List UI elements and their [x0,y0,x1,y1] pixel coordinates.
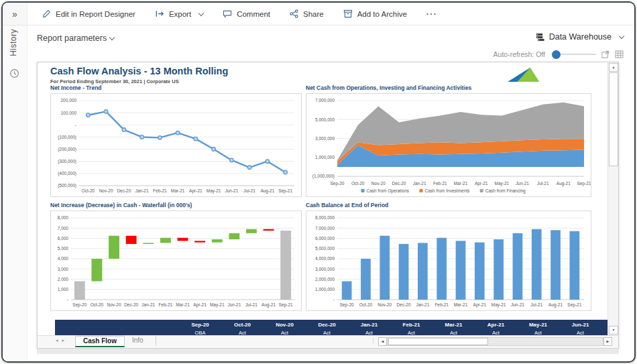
popout-icon[interactable] [601,50,610,58]
svg-text:Oct-20: Oct-20 [359,302,373,307]
svg-text:Aug-21: Aug-21 [557,181,571,186]
svg-text:Mar-21: Mar-21 [454,181,468,186]
page-bottom-shadow [37,349,619,354]
svg-text:Sep-20: Sep-20 [72,302,86,308]
svg-text:Dec-20: Dec-20 [397,302,411,307]
table-column: Feb-21Act [390,320,432,335]
waterfall-bar [212,239,223,243]
svg-text:200,000: 200,000 [61,98,77,103]
hscroll-right-arrow[interactable]: ▶ [603,337,612,346]
table-row-label-column [55,320,179,335]
data-warehouse-icon [536,33,544,42]
waterfall-bar [74,282,85,300]
svg-text:Cash from Financing: Cash from Financing [485,188,526,194]
report-title: Cash Flow Analysis - 13 Month Rolling [50,66,228,76]
cash-balance-svg: 8,000,0007,000,0006,000,0005,000,0004,00… [306,211,591,310]
share-label: Share [303,10,324,18]
svg-text:2,000,000: 2,000,000 [315,277,335,282]
waterfall-bar [109,236,119,259]
svg-text:Sep-21: Sep-21 [567,302,581,308]
ellipsis-icon: ··· [426,9,437,19]
period-table-header: Sep-20OBAOct-20ActNov-20ActDec-20ActJan-… [55,320,609,335]
table-column: Sep-20OBA [179,320,221,335]
svg-text:4,000,000: 4,000,000 [315,256,335,261]
tab-split-handle-icon[interactable]: ⋮ [370,337,376,344]
hscroll-left-arrow[interactable]: ◀ [378,337,387,346]
svg-text:-: - [67,297,68,302]
legend-item: Cash from Financing [480,188,526,194]
svg-text:Jul-21: Jul-21 [245,302,257,307]
tab-info[interactable]: Info [125,336,156,345]
hscroll-track[interactable] [387,337,603,346]
svg-text:Jul-21: Jul-21 [243,188,255,193]
balance-bar [475,243,485,300]
legend-item: Cash from Investments [420,188,471,193]
export-button[interactable]: Export [155,9,203,18]
auto-refresh-slider[interactable] [556,54,596,55]
vertical-scrollbar[interactable]: ▲ ▼ [607,62,618,335]
chart-title-waterfall: Net Increase (Decrease) in Cash - Waterf… [50,202,192,208]
svg-text:Feb-21: Feb-21 [435,302,449,307]
table-column: Oct-20Act [221,320,264,335]
table-column: May-21Act [517,320,559,335]
table-column-month: Nov-20 [264,320,306,329]
table-column-version: Act [306,329,348,335]
table-column-month: Oct-20 [221,320,264,329]
sheet-tab-bar: ◂ ▸ Cash Flow Info ⋮ ◀ ▶ [38,335,618,347]
sheet-nav-arrows[interactable]: ◂ ▸ [56,338,66,343]
report-parameters-dropdown[interactable]: Report parameters [37,34,114,43]
balance-bar [532,229,542,300]
svg-text:Sep-21: Sep-21 [577,181,591,186]
svg-text:3,000: 3,000 [58,267,69,271]
table-column: Mar-21Act [432,320,475,335]
data-source-dropdown[interactable]: Data Warehouse [536,32,624,42]
svg-text:Jul-21: Jul-21 [537,181,549,186]
add-to-archive-button[interactable]: Add to Archive [343,9,407,18]
balance-bar [456,241,466,300]
screenshot-stage: { "toolbar": { "collapse_icon": "»", "ed… [0,0,637,364]
table-column: Apr-21Act [475,320,517,335]
svg-text:4,000: 4,000 [58,256,69,261]
vscroll-up-arrow[interactable]: ▲ [609,63,618,72]
svg-text:1,000: 1,000 [58,287,69,292]
svg-text:(100,000): (100,000) [58,135,76,140]
more-actions-button[interactable]: ··· [426,9,437,19]
history-clock-icon[interactable] [9,68,19,78]
svg-text:Apr-21: Apr-21 [189,188,202,194]
net-income-trend-chart: 200,000100,000-(100,000)(200,000)(300,00… [50,93,302,197]
svg-text:Nov-20: Nov-20 [99,188,113,193]
hscroll-thumb[interactable] [388,338,488,345]
collapse-chevrons-icon: » [12,9,17,19]
svg-text:Cash from Investments: Cash from Investments [425,188,471,193]
table-column: Dec-20Act [306,320,348,335]
svg-text:1,000,000: 1,000,000 [315,155,335,160]
svg-text:5,000,000: 5,000,000 [315,117,335,122]
chart-title-net-cash: Net Cash from Operations, Investing and … [306,84,471,91]
auto-refresh-knob[interactable] [552,50,561,59]
data-source-label: Data Warehouse [549,32,612,42]
collapse-sidebar-button[interactable]: » [3,3,27,25]
svg-text:Jan-21: Jan-21 [141,302,155,307]
svg-text:Jul-21: Jul-21 [530,302,542,307]
waterfall-bar [160,238,171,243]
edit-label: Edit in Report Designer [56,10,135,18]
vscroll-thumb[interactable] [609,72,618,166]
tab-cash-flow[interactable]: Cash Flow [75,336,125,347]
table-column-version: OBA [179,329,221,335]
table-column: Nov-20Act [264,320,306,335]
history-label[interactable]: History [9,29,18,56]
comment-button[interactable]: Comment [223,9,270,18]
archive-box-icon [343,9,353,18]
svg-text:Jun-21: Jun-21 [227,302,241,307]
vscroll-down-arrow[interactable]: ▼ [609,326,618,335]
table-column-month: Feb-21 [390,320,432,329]
edit-in-report-designer-button[interactable]: Edit in Report Designer [42,9,135,18]
grid-view-icon[interactable] [615,50,624,58]
svg-text:May-21: May-21 [210,302,225,308]
share-button[interactable]: Share [290,9,324,18]
svg-text:Aug-21: Aug-21 [260,188,274,194]
toolbar-actions: Edit in Report Designer Export Comment S… [27,3,437,25]
auto-refresh-bar: Auto-refresh: Off [494,50,624,58]
waterfall-bar [91,259,102,282]
svg-text:Sep-20: Sep-20 [331,181,345,186]
